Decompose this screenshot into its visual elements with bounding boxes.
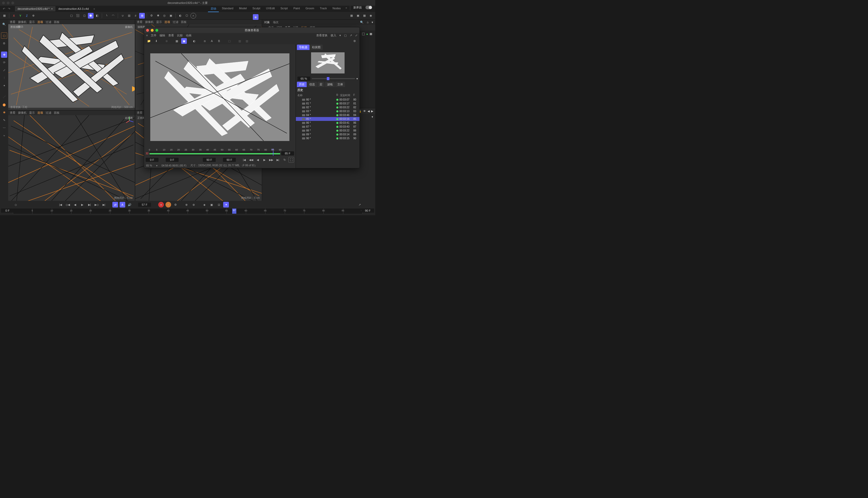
add-tab-icon[interactable]: ＋ [92, 6, 97, 11]
layout-tab[interactable]: Script [278, 6, 290, 12]
motion-key-icon[interactable]: ✦ [223, 202, 229, 208]
chevron-down-icon[interactable]: ▾ [357, 77, 358, 80]
hair-icon[interactable]: A [190, 13, 196, 18]
viewport-canvas[interactable] [8, 24, 135, 108]
chevron-down-icon[interactable]: ▾ [156, 164, 158, 167]
sel-key-icon[interactable]: ◈ [202, 202, 207, 208]
hist1-icon[interactable]: ▥ [237, 38, 242, 44]
coord-sys-icon[interactable]: ⊕ [30, 13, 36, 18]
pla-key-icon[interactable]: ⊡ [216, 202, 222, 208]
file-tab-active[interactable]: deconstruction1920.c4d * × [15, 6, 55, 11]
cube-solid-icon[interactable]: ⬣ [88, 13, 94, 18]
range-start-field[interactable]: 0 F [1, 209, 14, 213]
motion-icon[interactable]: ◐ [177, 13, 183, 18]
key-icon[interactable]: ◇ [13, 202, 18, 208]
autokey-toggle-icon[interactable]: A [165, 202, 171, 208]
menu-icon[interactable]: ≡ [146, 34, 148, 37]
ab-icon[interactable]: ⧈ [202, 38, 208, 44]
layout-tab[interactable]: Standard [219, 6, 236, 12]
chevron-down-icon[interactable]: ▾ [339, 34, 341, 37]
save-icon[interactable]: ⬇ [153, 38, 159, 44]
history-row[interactable]: 86 * 00:03:41 86 [296, 121, 360, 125]
workplane-icon[interactable]: ▥ [126, 13, 132, 18]
alpha-icon[interactable]: ▣ [181, 38, 187, 44]
maximize-icon[interactable] [156, 29, 158, 32]
render-region-icon[interactable]: ▣ [355, 13, 361, 18]
left-icon[interactable]: ◀ [368, 109, 370, 113]
prev-key-icon[interactable]: ◇◀ [65, 202, 71, 208]
current-frame-field[interactable]: 57 F [138, 202, 151, 207]
vp-menu-item[interactable]: 摄像机 [18, 20, 27, 24]
explode-icon[interactable]: ◎ [162, 13, 167, 18]
close-icon[interactable]: × [51, 7, 53, 10]
hist2-icon[interactable]: ▥ [244, 38, 250, 44]
sound-icon[interactable]: 🔊 [127, 202, 132, 208]
b-button[interactable]: B [216, 38, 222, 44]
next-frame-icon[interactable]: ▶| [86, 202, 92, 208]
right-icon[interactable]: ▶ [371, 109, 373, 113]
prev-frame-icon[interactable]: ◀◀ [248, 157, 254, 163]
pv-history-list[interactable]: 80 * 00:03:07 80 81 * 00:03:17 81 82 * 0… [296, 98, 360, 168]
pv-hist-tab[interactable]: 信息 [307, 82, 317, 87]
goto-start-icon[interactable]: |◀ [241, 157, 247, 163]
cube-outline-icon[interactable]: ◻ [81, 13, 87, 18]
record-icon[interactable]: ● [158, 202, 164, 208]
close-icon[interactable] [146, 29, 149, 32]
window-traffic-lights[interactable] [2, 2, 14, 4]
tag-icon[interactable]: ⬡ [184, 13, 190, 18]
axis-y-button[interactable]: Y [17, 13, 23, 18]
pv-menu-item[interactable]: 查看 [168, 34, 174, 37]
play-icon[interactable]: ▶ [79, 202, 85, 208]
spline-arc-icon[interactable]: ◠ [110, 13, 116, 18]
chevron-down-icon[interactable]: ▾ [372, 115, 373, 119]
recent-tool-icon[interactable]: ⋮ [1, 75, 7, 81]
layout-tab[interactable]: Nodes [330, 6, 343, 12]
search-icon[interactable]: 🔍 [360, 21, 364, 24]
cube-wire-icon[interactable]: ▢ [69, 13, 74, 18]
layout-tab[interactable]: Model [236, 6, 249, 12]
pv-range-field[interactable]: 90 F [223, 158, 236, 162]
history-row[interactable]: 90 * 00:03:15 90 [296, 136, 360, 140]
pv-menu-item[interactable]: 比较 [177, 34, 183, 37]
pv-hist-tab[interactable]: 历史 [297, 82, 307, 87]
history-row[interactable]: 89 * 00:03:14 89 [296, 132, 360, 136]
pv-menu-item[interactable]: 查看变换 [316, 34, 328, 37]
render-icon[interactable]: ▦ [349, 13, 355, 18]
deform-icon[interactable]: ▣ [168, 13, 174, 18]
history-row[interactable]: 81 * 00:03:17 81 [296, 102, 360, 105]
vp-menu-item[interactable]: 查看 [10, 111, 15, 115]
brush3-icon[interactable]: 〰 [1, 125, 7, 131]
history-row[interactable]: 85 * 00:03:16 85 [296, 117, 360, 121]
pv-titlebar[interactable]: 图像查看器 [144, 27, 360, 33]
pv-playhead[interactable]: 85 [273, 151, 273, 156]
vp-menu-item[interactable]: 显示 [29, 111, 35, 115]
pv-hist-tab[interactable]: 立体 [335, 82, 345, 87]
history-row[interactable]: 83 * 00:03:13 83 [296, 109, 360, 113]
new-interface-button[interactable]: 新界面 [352, 6, 363, 12]
vp-menu-item[interactable]: 过滤 [45, 111, 51, 115]
axis-modify-icon[interactable]: ✦ [1, 82, 7, 89]
pv-range-field[interactable]: 90 F [203, 158, 216, 162]
minimize-icon[interactable] [151, 29, 153, 32]
pv-menu-item[interactable]: 嵌入 [331, 34, 336, 37]
vp-menu-item[interactable]: 显示 [29, 20, 35, 24]
vp-menu-item[interactable]: 过滤 [45, 20, 51, 24]
vp-menu-item[interactable]: 选项 [37, 20, 43, 24]
brush1-icon[interactable]: ❋ [1, 109, 7, 116]
layout-tab[interactable]: Track [317, 6, 329, 12]
spline-pen-icon[interactable]: └ [104, 13, 109, 18]
layout-tab[interactable]: Sculpt [250, 6, 263, 12]
rgb-icon[interactable]: ▦ [174, 38, 179, 44]
points-icon[interactable]: ⋰ [1, 94, 7, 100]
vp-menu-item[interactable]: 选项 [37, 111, 43, 115]
vp-menu-item[interactable]: 选项 [164, 20, 170, 24]
contrast-icon[interactable]: ◐ [191, 38, 197, 44]
pv-zoom-field[interactable]: 65 % [297, 77, 310, 81]
history-row[interactable]: 88 * 00:03:22 88 [296, 129, 360, 132]
file-tab[interactable]: deconstruction A3-3.c4d [56, 6, 92, 11]
vp-menu-item[interactable]: 摄像机 [145, 20, 153, 24]
vp-menu-item[interactable]: 面板 [54, 20, 59, 24]
pv-zoom-label[interactable]: 65 % [146, 164, 152, 167]
fcurve-icon[interactable]: ↗ [357, 202, 362, 208]
history-row[interactable]: 84 * 00:03:46 84 [296, 113, 360, 117]
